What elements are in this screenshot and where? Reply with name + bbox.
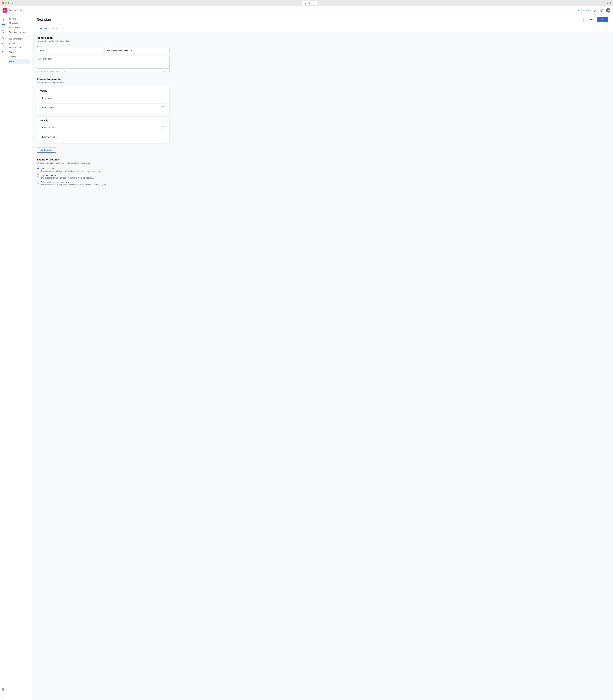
sidebar-item-clients[interactable]: Clients	[6, 50, 31, 54]
close-button[interactable]	[2, 2, 4, 4]
delete-every-month-button[interactable]	[161, 126, 164, 129]
every-2-months-label: Every 2 months	[42, 136, 56, 138]
every-week-label: Every week	[42, 97, 53, 99]
app-body: ORDERS All Orders Transactions Bank Conc…	[0, 14, 613, 700]
browser-tab-area: 🔒 vtex.com	[16, 1, 603, 5]
svg-rect-7	[2, 689, 3, 689]
sidebar-item-bank-conciliation[interactable]: Bank Conciliation	[6, 30, 31, 35]
traffic-lights	[2, 2, 10, 4]
svg-rect-10	[3, 690, 4, 691]
expires-after-cycles-label[interactable]: Expires after a number of cycles The sub…	[37, 181, 170, 186]
description-group: Write a brief description about this pla…	[37, 56, 170, 72]
delete-every-week-button[interactable]	[161, 96, 164, 100]
help-button[interactable]	[599, 8, 604, 13]
char-count: 0 / 120	[164, 70, 170, 72]
expires-in-date-main: Expires in a date	[41, 174, 94, 176]
name-input[interactable]	[37, 48, 102, 53]
delete-every-2-weeks-button[interactable]	[161, 106, 164, 109]
sidebar-item-cycles[interactable]: Cycles	[6, 41, 31, 45]
browser-url: vtex.com	[308, 2, 315, 4]
expiration-title: Expiration settings	[37, 158, 170, 161]
monthly-group-title: Monthly	[40, 119, 167, 122]
tab-settings[interactable]: Settings	[37, 25, 49, 32]
sidebar-item-insights[interactable]: Insights	[6, 54, 31, 59]
every-2-weeks-label: Every 2 weeks	[42, 106, 56, 108]
back-button[interactable]: ‹	[12, 2, 13, 4]
sidebar-item-subscriptions[interactable]: Subscriptions	[6, 45, 31, 50]
sidebar-icon-apps[interactable]	[1, 687, 6, 692]
chevron-down-icon: ▾	[23, 9, 24, 11]
svg-rect-9	[2, 690, 3, 691]
sidebar-icon-catalog[interactable]	[1, 29, 6, 34]
browser-tab[interactable]: 🔒 vtex.com	[302, 1, 317, 5]
share-button[interactable]: ↑	[604, 2, 606, 4]
new-frequency-button[interactable]: New frequency	[37, 147, 56, 153]
view-store-link[interactable]: ↗ View Store	[578, 9, 590, 11]
expires-in-date-radio[interactable]	[37, 174, 39, 177]
subscriptions-section-label: SUBSCRIPTIONS	[6, 37, 31, 41]
id-input[interactable]	[104, 48, 170, 53]
minimize-button[interactable]	[5, 2, 6, 4]
every-2-months-item: Every 2 months	[40, 133, 167, 141]
name-field-group: Name	[37, 45, 102, 53]
sidebar-item-transactions[interactable]: Transactions	[6, 25, 31, 30]
sidebar-icon-home[interactable]	[1, 16, 6, 22]
every-week-item: Every week	[40, 94, 167, 102]
every-2-weeks-item: Every 2 weeks	[40, 104, 167, 111]
save-button[interactable]: Save	[598, 17, 608, 22]
add-tab-button[interactable]: +	[607, 2, 608, 4]
frequencies-subtitle: How orders will be generated	[37, 81, 170, 84]
always-renews-label[interactable]: Always renews The subscription will be r…	[37, 167, 170, 172]
sidebar-icon-orders[interactable]	[1, 23, 6, 28]
form-content: Identification How would you like to ide…	[32, 32, 175, 192]
expiration-subtitle: What configuration would you like to ass…	[37, 162, 170, 164]
expires-in-date-option: Expires in a date The subscription will …	[37, 174, 170, 179]
name-label: Name	[37, 45, 102, 48]
expires-in-date-text-group: Expires in a date The subscription will …	[41, 174, 94, 179]
always-renews-radio[interactable]	[37, 168, 39, 170]
sidebar-item-plans[interactable]: Plans	[8, 59, 30, 64]
identification-section: Identification How would you like to ide…	[37, 37, 170, 72]
maximize-button[interactable]	[8, 2, 10, 4]
identification-subtitle: How would you like to identify this plan	[37, 40, 170, 42]
page-header: New plan Cancel Save	[32, 14, 613, 25]
expires-after-cycles-radio[interactable]	[37, 181, 39, 184]
always-renews-sub: The subscription will be renewed automat…	[41, 170, 100, 172]
store-name: Petshop Store	[9, 9, 22, 11]
browser-actions: ↑ + ⧉	[604, 2, 611, 4]
store-selector[interactable]: Petshop Store ▾	[9, 9, 24, 11]
every-month-label: Every month	[42, 126, 54, 129]
view-store-label: View Store	[580, 9, 590, 11]
name-id-row: Name ID	[37, 45, 170, 53]
expires-after-cycles-option: Expires after a number of cycles The sub…	[37, 181, 170, 186]
page-title: New plan	[37, 18, 51, 22]
sidebar-item-all-orders[interactable]: All Orders	[6, 21, 31, 25]
sidebar-icon-analytics[interactable]	[1, 48, 6, 53]
sidebar-icons	[0, 14, 6, 700]
expires-after-cycles-main: Expires after a number of cycles	[41, 181, 107, 183]
external-link-icon: ↗	[578, 9, 579, 11]
frequencies-title: Allowed frequencies	[37, 78, 170, 81]
monthly-frequency-group: Monthly Every month Every 2 months	[37, 117, 170, 144]
app-header-left: Petshop Store ▾	[2, 8, 24, 13]
expiration-section: Expiration settings What configuration w…	[37, 158, 170, 186]
notifications-button[interactable]	[592, 8, 597, 13]
svg-rect-8	[3, 689, 4, 689]
sidebar-icon-marketing[interactable]	[1, 36, 6, 40]
always-renews-text-group: Always renews The subscription will be r…	[41, 167, 100, 172]
forward-button[interactable]: ›	[14, 2, 15, 4]
tab-skus[interactable]: SKUs	[49, 25, 60, 32]
expires-in-date-label[interactable]: Expires in a date The subscription will …	[37, 174, 170, 179]
app-header-right: ↗ View Store GM	[578, 8, 611, 13]
vtex-logo	[2, 8, 7, 13]
sidebar-icon-settings[interactable]	[1, 694, 6, 699]
id-label: ID	[104, 45, 170, 48]
tabs-button[interactable]: ⧉	[610, 2, 611, 4]
expires-after-cycles-text-group: Expires after a number of cycles The sub…	[41, 181, 107, 186]
cancel-button[interactable]: Cancel	[584, 17, 596, 22]
every-month-item: Every month	[40, 124, 167, 131]
description-textarea[interactable]	[37, 56, 170, 69]
delete-every-2-months-button[interactable]	[161, 135, 164, 139]
sidebar-icon-inventory[interactable]	[1, 42, 6, 47]
browser-chrome: ‹ › 🔒 vtex.com ↑ + ⧉	[0, 0, 613, 6]
